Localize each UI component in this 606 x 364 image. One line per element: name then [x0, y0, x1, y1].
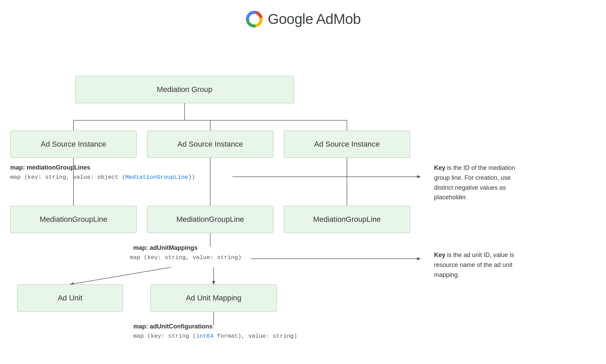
svg-line-13 — [70, 267, 171, 284]
mediation-group-box: Mediation Group — [75, 76, 294, 103]
admob-logo-icon — [245, 10, 263, 28]
ad-unit-mappings-label: map: adUnitMappings map (key: string, va… — [130, 243, 241, 262]
sidenote-mediation-group-line: Key is the ID of the mediation group lin… — [434, 163, 523, 202]
ad-unit-configurations-label: map: adUnitConfigurations map (key: stri… — [133, 322, 297, 341]
mediation-group-line-box-3: MediationGroupLine — [284, 206, 410, 233]
ad-unit-box: Ad Unit — [17, 284, 123, 312]
ad-source-instance-box-2: Ad Source Instance — [147, 131, 273, 158]
mediation-group-line-box-1: MediationGroupLine — [10, 206, 137, 233]
mediation-group-lines-label: map: mediationGroupLines map (key: strin… — [10, 163, 195, 182]
svg-point-1 — [251, 15, 258, 23]
ad-unit-mapping-box: Ad Unit Mapping — [150, 284, 277, 312]
ad-source-instance-box-3: Ad Source Instance — [284, 131, 410, 158]
diagram-container: Mediation Group Ad Source Instance Ad So… — [0, 42, 606, 349]
page-header: Google AdMob — [0, 0, 606, 42]
sidenote-ad-unit-mapping: Key is the ad unit ID, value is resource… — [434, 250, 523, 280]
mediation-group-line-box-2: MediationGroupLine — [147, 206, 273, 233]
ad-source-instance-box-1: Ad Source Instance — [10, 131, 137, 158]
page-title: Google AdMob — [268, 11, 361, 27]
